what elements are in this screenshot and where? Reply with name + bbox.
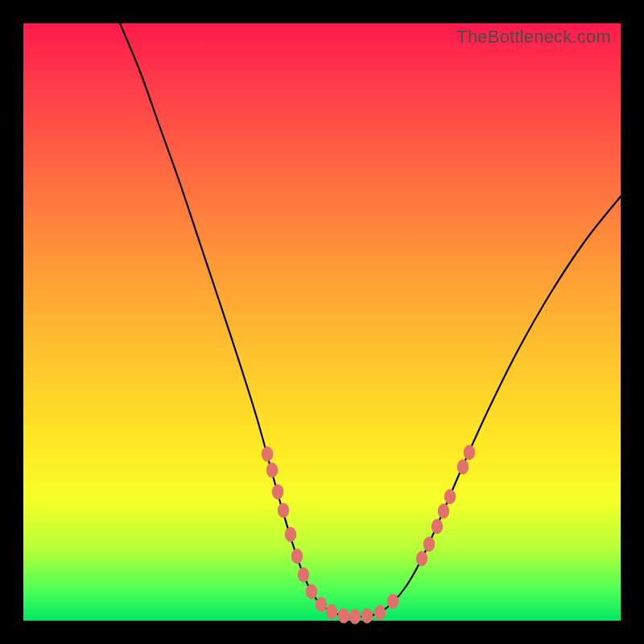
- curve-marker: [306, 584, 317, 599]
- watermark-text: TheBottleneck.com: [456, 27, 611, 47]
- curve-marker: [457, 460, 469, 474]
- curve-marker: [278, 503, 289, 518]
- curve-marker: [464, 445, 475, 460]
- chart-frame: TheBottleneck.com: [0, 0, 644, 644]
- curve-marker: [338, 609, 349, 623]
- curve-markers: [262, 445, 475, 624]
- curve-marker: [438, 504, 449, 518]
- curve-marker: [262, 447, 273, 461]
- curve-marker: [316, 597, 327, 612]
- curve-marker: [374, 605, 386, 620]
- curve-marker: [291, 549, 303, 564]
- curve-marker: [298, 568, 309, 582]
- curve-marker: [387, 594, 398, 609]
- curve-marker: [349, 609, 361, 624]
- curve-marker: [266, 463, 278, 477]
- curve-marker: [361, 609, 373, 623]
- curve-marker: [326, 605, 337, 619]
- curve-marker: [431, 519, 443, 534]
- chart-plot-area: TheBottleneck.com: [23, 23, 621, 621]
- curve-marker: [285, 527, 296, 542]
- bottleneck-curve: [120, 23, 621, 617]
- curve-marker: [416, 551, 427, 566]
- curve-marker: [444, 489, 456, 504]
- chart-svg: [23, 23, 621, 621]
- curve-marker: [272, 485, 283, 499]
- curve-marker: [423, 537, 435, 551]
